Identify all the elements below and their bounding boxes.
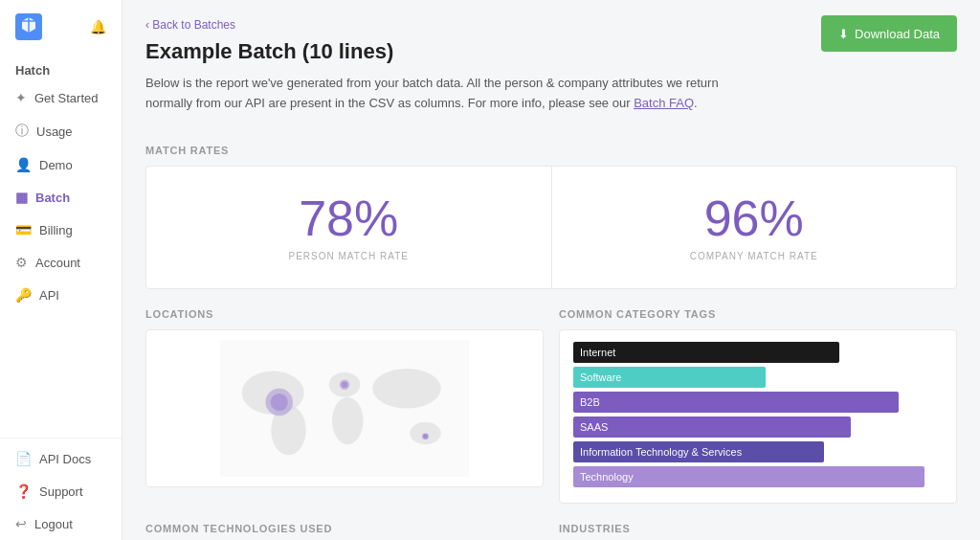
category-bar-row: Internet [573, 342, 943, 363]
main-content: ‹ Back to Batches Example Batch (10 line… [122, 0, 980, 540]
company-match-rate-label: COMPANY MATCH RATE [571, 251, 938, 261]
sidebar-item-label: Demo [39, 158, 73, 172]
technologies-section-label: COMMON TECHNOLOGIES USED [145, 523, 544, 534]
page-header: ‹ Back to Batches Example Batch (10 line… [145, 15, 957, 129]
svg-point-6 [372, 368, 441, 408]
match-rates-section-label: MATCH RATES [145, 145, 957, 156]
sidebar-item-billing[interactable]: 💳 Billing [0, 214, 122, 246]
category-bar-row: B2B [573, 392, 943, 413]
account-icon: ⚙ [15, 255, 28, 270]
svg-point-9 [271, 393, 288, 410]
bar-label: Internet [573, 342, 622, 363]
technologies-industries-row: COMMON TECHNOLOGIES USED Facebook AdsNgi… [145, 523, 957, 540]
company-match-rate-value: 96% [571, 193, 938, 243]
category-tags-card: InternetSoftwareB2BSAASInformation Techn… [559, 329, 957, 504]
locations-col: LOCATIONS [145, 308, 544, 504]
sidebar-item-label: Usage [36, 124, 73, 139]
sidebar: 🔔 Hatch ✦ Get Started ⓘ Usage 👤 Demo ▦ B… [0, 0, 122, 540]
sidebar-item-get-started[interactable]: ✦ Get Started [0, 81, 122, 114]
get-started-icon: ✦ [15, 90, 27, 105]
page-title: Example Batch (10 lines) [145, 39, 821, 64]
match-rates-section: MATCH RATES 78% PERSON MATCH RATE 96% CO… [145, 145, 957, 289]
sidebar-logo: 🔔 [0, 0, 122, 54]
bar-label: Information Technology & Services [573, 441, 748, 462]
sidebar-item-label: API [39, 288, 59, 303]
support-icon: ❓ [15, 484, 32, 499]
header-left: ‹ Back to Batches Example Batch (10 line… [145, 15, 821, 129]
demo-icon: 👤 [15, 157, 32, 172]
person-match-rate-value: 78% [166, 193, 532, 243]
category-bar-row: Software [573, 367, 943, 388]
sidebar-item-label: Account [35, 256, 80, 270]
industries-col: INDUSTRIES [559, 523, 957, 540]
sidebar-item-label: Support [39, 484, 83, 499]
category-bar-row: Technology [573, 466, 943, 487]
sidebar-item-api[interactable]: 🔑 API [0, 279, 122, 311]
locations-categories-row: LOCATIONS [145, 308, 957, 504]
sidebar-item-api-docs[interactable]: 📄 API Docs [0, 442, 122, 475]
bar-label: Software [573, 367, 628, 388]
category-bar-row: Information Technology & Services [573, 441, 943, 462]
description-text: Below is the report we've generated from… [145, 76, 719, 110]
main-nav: ✦ Get Started ⓘ Usage 👤 Demo ▦ Batch 💳 B… [0, 81, 122, 438]
category-tags-col: COMMON CATEGORY TAGS InternetSoftwareB2B… [559, 308, 957, 504]
app-name-label: Hatch [0, 54, 65, 81]
person-match-rate: 78% PERSON MATCH RATE [146, 167, 552, 288]
sidebar-item-demo[interactable]: 👤 Demo [0, 148, 122, 181]
world-map-svg [156, 340, 533, 477]
api-icon: 🔑 [15, 287, 32, 303]
usage-icon: ⓘ [15, 123, 29, 140]
download-data-button[interactable]: ⬇ Download Data [821, 15, 957, 52]
billing-icon: 💳 [15, 222, 32, 237]
bar-label: B2B [573, 392, 607, 413]
svg-point-5 [332, 396, 364, 443]
svg-point-13 [424, 434, 428, 438]
batch-icon: ▦ [15, 190, 28, 205]
logout-icon: ↩ [15, 516, 27, 531]
batch-faq-link[interactable]: Batch FAQ [634, 96, 694, 110]
category-bars-container: InternetSoftwareB2BSAASInformation Techn… [573, 342, 943, 487]
download-icon: ⬇ [838, 27, 849, 41]
download-button-label: Download Data [855, 27, 940, 41]
technologies-col: COMMON TECHNOLOGIES USED Facebook AdsNgi… [145, 523, 544, 540]
sidebar-item-logout[interactable]: ↩ Logout [0, 507, 122, 540]
api-docs-icon: 📄 [15, 451, 32, 466]
svg-point-11 [342, 381, 348, 388]
notification-bell-icon[interactable]: 🔔 [90, 19, 106, 34]
category-bar-row: SAAS [573, 416, 943, 438]
sidebar-item-label: Batch [35, 191, 70, 205]
sidebar-item-usage[interactable]: ⓘ Usage [0, 114, 122, 148]
sidebar-bottom-nav: 📄 API Docs ❓ Support ↩ Logout [0, 438, 122, 540]
logo-icon [15, 13, 42, 40]
industries-section-label: INDUSTRIES [559, 523, 957, 534]
category-tags-section-label: COMMON CATEGORY TAGS [559, 308, 957, 320]
person-match-rate-label: PERSON MATCH RATE [166, 251, 532, 261]
locations-card [145, 329, 544, 487]
locations-section-label: LOCATIONS [145, 308, 544, 320]
match-rates-card: 78% PERSON MATCH RATE 96% COMPANY MATCH … [145, 166, 957, 289]
sidebar-item-label: Get Started [34, 91, 98, 105]
sidebar-item-batch[interactable]: ▦ Batch [0, 181, 122, 214]
bar-label: SAAS [573, 416, 614, 438]
sidebar-item-account[interactable]: ⚙ Account [0, 246, 122, 279]
page-description: Below is the report we've generated from… [145, 74, 758, 114]
sidebar-item-support[interactable]: ❓ Support [0, 475, 122, 507]
bar-label: Technology [573, 466, 640, 487]
sidebar-item-label: API Docs [39, 452, 91, 466]
sidebar-item-label: Billing [39, 223, 73, 237]
company-match-rate: 96% COMPANY MATCH RATE [552, 167, 957, 288]
back-to-batches-link[interactable]: ‹ Back to Batches [145, 18, 235, 32]
sidebar-item-label: Logout [34, 517, 73, 531]
